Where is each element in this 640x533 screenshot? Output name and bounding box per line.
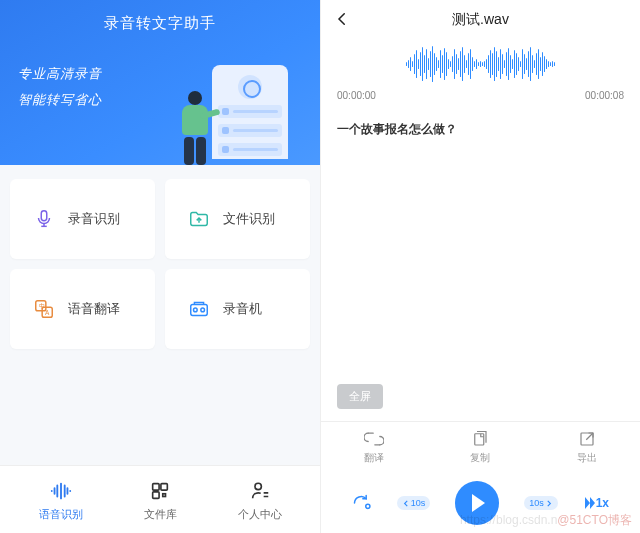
svg-point-15 bbox=[366, 504, 370, 508]
transcript-area: 一个故事报名怎么做？ 全屏 bbox=[321, 109, 640, 421]
wave-bar bbox=[448, 59, 449, 69]
action-copy[interactable]: 复制 bbox=[427, 422, 533, 473]
wave-bar bbox=[500, 49, 501, 79]
wave-bar bbox=[540, 57, 541, 71]
tab-voice-recognition[interactable]: 语音识别 bbox=[39, 479, 83, 522]
wave-bar bbox=[460, 51, 461, 77]
svg-rect-9 bbox=[161, 484, 167, 490]
wave-bar bbox=[434, 53, 435, 75]
wave-bar bbox=[450, 61, 451, 67]
home-screen: 录音转文字助手 专业高清录音 智能转写省心 bbox=[0, 0, 320, 533]
wave-bar bbox=[546, 59, 547, 69]
wave-bar bbox=[490, 50, 491, 78]
svg-rect-8 bbox=[153, 484, 159, 490]
wave-bar bbox=[408, 60, 409, 68]
wave-bar bbox=[478, 62, 479, 66]
tab-label: 语音识别 bbox=[39, 507, 83, 522]
fullscreen-button[interactable]: 全屏 bbox=[337, 384, 383, 409]
mic-icon bbox=[32, 207, 56, 231]
wave-bar bbox=[486, 59, 487, 69]
detail-header: 测试.wav bbox=[321, 0, 640, 40]
wave-bar bbox=[482, 62, 483, 66]
wave-bar bbox=[510, 55, 511, 73]
wave-bar bbox=[512, 59, 513, 69]
wave-bar bbox=[442, 55, 443, 73]
wave-bar bbox=[550, 62, 551, 66]
grid-icon bbox=[148, 479, 172, 503]
wave-bar bbox=[470, 49, 471, 79]
wave-bar bbox=[526, 58, 527, 70]
card-file-recognition[interactable]: 文件识别 bbox=[165, 179, 310, 259]
person-icon bbox=[248, 479, 272, 503]
wave-bar bbox=[522, 49, 523, 79]
tab-profile[interactable]: 个人中心 bbox=[238, 479, 282, 522]
wave-bar bbox=[492, 53, 493, 75]
tab-label: 文件库 bbox=[144, 507, 177, 522]
seek-forward-button[interactable]: 10s bbox=[524, 496, 558, 510]
svg-rect-0 bbox=[41, 211, 47, 221]
wave-bar bbox=[508, 48, 509, 80]
wave-bar bbox=[524, 54, 525, 74]
wave-bar bbox=[484, 61, 485, 67]
wave-bar bbox=[514, 50, 515, 78]
wave-bar bbox=[440, 50, 441, 78]
waveform[interactable] bbox=[321, 40, 640, 88]
wave-bar bbox=[444, 48, 445, 80]
recorder-icon bbox=[187, 297, 211, 321]
svg-rect-10 bbox=[153, 492, 159, 498]
card-record-recognition[interactable]: 录音识别 bbox=[10, 179, 155, 259]
wave-bar bbox=[464, 55, 465, 73]
wave-bar bbox=[462, 47, 463, 81]
svg-text:中: 中 bbox=[39, 302, 45, 309]
wave-bar bbox=[534, 60, 535, 68]
wave-bar bbox=[436, 57, 437, 71]
wave-bar bbox=[532, 55, 533, 73]
feature-grid: 录音识别 文件识别 中 A 语音翻译 bbox=[0, 165, 320, 465]
app-title: 录音转文字助手 bbox=[18, 14, 302, 33]
tab-file-library[interactable]: 文件库 bbox=[144, 479, 177, 522]
time-start: 00:00:00 bbox=[337, 90, 376, 101]
action-bar: 翻译 复制 导出 bbox=[321, 421, 640, 473]
wave-bar bbox=[410, 57, 411, 71]
card-label: 录音识别 bbox=[68, 210, 120, 228]
wave-bar bbox=[422, 47, 423, 81]
wave-bar bbox=[432, 46, 433, 82]
detail-screen: 测试.wav 00:00:00 00:00:08 一个故事报名怎么做？ 全屏 翻… bbox=[320, 0, 640, 533]
wave-bar bbox=[428, 58, 429, 70]
wave-bar bbox=[476, 59, 477, 69]
wave-bar bbox=[544, 56, 545, 72]
player-bar: 10s 10s 1x bbox=[321, 473, 640, 533]
wave-bar bbox=[542, 52, 543, 76]
header: 录音转文字助手 专业高清录音 智能转写省心 bbox=[0, 0, 320, 165]
file-title: 测试.wav bbox=[452, 11, 509, 29]
card-label: 录音机 bbox=[223, 300, 262, 318]
wave-bar bbox=[438, 60, 439, 68]
action-export[interactable]: 导出 bbox=[534, 422, 640, 473]
wave-bar bbox=[504, 60, 505, 68]
action-translate[interactable]: 翻译 bbox=[321, 422, 427, 473]
wave-bar bbox=[494, 47, 495, 81]
wave-bar bbox=[480, 61, 481, 67]
wave-bar bbox=[420, 52, 421, 76]
wave-bar bbox=[456, 54, 457, 74]
copy-icon bbox=[471, 430, 489, 448]
wave-bar bbox=[552, 61, 553, 67]
wave-bar bbox=[536, 53, 537, 75]
seek-back-button[interactable]: 10s bbox=[397, 496, 431, 510]
wave-bar bbox=[516, 53, 517, 75]
card-recorder[interactable]: 录音机 bbox=[165, 269, 310, 349]
speed-button[interactable]: 1x bbox=[583, 496, 609, 510]
play-button[interactable] bbox=[455, 481, 499, 525]
loop-button[interactable] bbox=[352, 493, 372, 513]
folder-icon bbox=[187, 207, 211, 231]
svg-rect-13 bbox=[475, 434, 484, 445]
wave-bar bbox=[412, 61, 413, 67]
play-icon bbox=[472, 494, 485, 512]
translate-action-icon bbox=[364, 430, 384, 448]
card-voice-translate[interactable]: 中 A 语音翻译 bbox=[10, 269, 155, 349]
back-button[interactable] bbox=[333, 10, 351, 28]
wave-bar bbox=[554, 62, 555, 66]
svg-rect-11 bbox=[163, 494, 166, 497]
wave-bar bbox=[426, 49, 427, 79]
wave-bar bbox=[458, 58, 459, 70]
